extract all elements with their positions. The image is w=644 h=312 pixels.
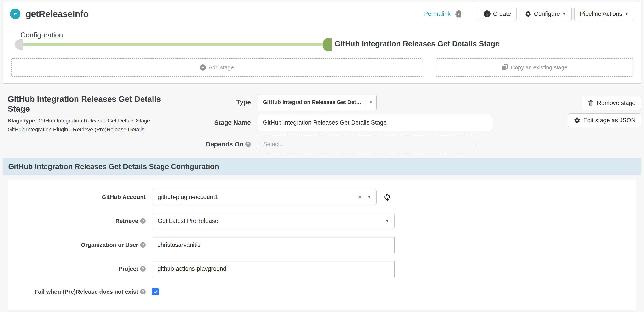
edit-stage-json-label: Edit stage as JSON: [583, 117, 636, 124]
permalink-link[interactable]: Permalink: [424, 10, 450, 17]
stage-type-line: Stage type: GitHub Integration Releases …: [8, 118, 170, 124]
copy-stage-label: Copy an existing stage: [511, 64, 567, 71]
graph-stage-node[interactable]: [322, 38, 332, 51]
page-title: getReleaseInfo: [26, 8, 88, 19]
caret-down-icon: ▼: [367, 195, 371, 199]
back-arrow-icon: [12, 11, 18, 17]
copy-icon: [502, 64, 508, 71]
stage-type-label: Stage type:: [8, 118, 37, 124]
gear-icon: [525, 10, 532, 17]
stage-type-value: GitHub Integration Releases Get Details …: [38, 118, 150, 124]
type-label: Type: [193, 98, 258, 106]
create-button[interactable]: + Create: [478, 7, 516, 21]
check-icon: [153, 289, 158, 294]
header-actions: Permalink + Create: [424, 7, 634, 21]
select-caret-box: ▼: [365, 94, 376, 110]
organization-input[interactable]: [152, 237, 394, 253]
pipeline-actions-button[interactable]: Pipeline Actions ▼: [574, 7, 634, 21]
depends-on-label: Depends On ?: [193, 141, 258, 148]
retrieve-select[interactable]: Get Latest PreRelease ▼: [152, 213, 394, 229]
add-stage-button[interactable]: + Add stage: [11, 58, 422, 76]
stage-heading: GitHub Integration Releases Get Details …: [8, 94, 166, 114]
project-label: Project ?: [8, 266, 152, 272]
project-input[interactable]: [152, 261, 394, 277]
depends-on-row: Depends On ? Select...: [193, 135, 517, 153]
help-icon[interactable]: ?: [140, 266, 146, 272]
caret-down-icon: ▼: [625, 12, 628, 16]
organization-row: Organization or User ?: [8, 237, 636, 253]
depends-on-placeholder: Select...: [263, 141, 285, 148]
stage-side-actions: Remove stage Edit stage as JSON: [568, 96, 641, 127]
caret-down-icon: ▼: [562, 12, 566, 16]
stage-config-section-header: GitHub Integration Releases Get Details …: [3, 158, 641, 175]
project-row: Project ?: [8, 261, 636, 277]
copy-existing-stage-button[interactable]: Copy an existing stage: [436, 58, 634, 76]
github-account-label: GitHub Account: [8, 194, 152, 200]
fail-toggle-label: Fail when (Pre)Release does not exist ?: [8, 289, 152, 295]
plus-icon: +: [200, 64, 206, 71]
github-account-value: github-plugin-account1: [152, 194, 358, 201]
fail-toggle-checkbox[interactable]: [152, 288, 159, 296]
help-icon[interactable]: ?: [245, 142, 251, 147]
remove-stage-label: Remove stage: [597, 99, 636, 106]
graph-configuration-node[interactable]: [15, 39, 23, 50]
create-button-label: Create: [493, 10, 511, 17]
github-account-row: GitHub Account github-plugin-account1 × …: [8, 189, 636, 205]
stage-editor-form: Type GitHub Integration Releases Get Det…: [193, 94, 517, 158]
caret-down-icon: ▼: [385, 219, 389, 223]
depends-on-select[interactable]: Select...: [258, 135, 475, 153]
gear-icon: [574, 117, 580, 124]
stage-summary: GitHub Integration Releases Get Details …: [8, 94, 170, 133]
remove-stage-button[interactable]: Remove stage: [582, 96, 641, 110]
configure-button-label: Configure: [534, 10, 560, 17]
stage-name-label: Stage Name: [193, 119, 258, 126]
stage-config-card: GitHub Account github-plugin-account1 × …: [8, 180, 636, 311]
retrieve-label: Retrieve ?: [8, 218, 152, 224]
type-row: Type GitHub Integration Releases Get Det…: [193, 94, 517, 110]
stage-config-section-title: GitHub Integration Releases Get Details …: [8, 163, 219, 171]
top-panel: getReleaseInfo Permalink + Create: [3, 1, 641, 84]
add-stage-label: Add stage: [209, 64, 234, 71]
caret-down-icon: ▼: [369, 100, 373, 104]
retrieve-row: Retrieve ? Get Latest PreRelease ▼: [8, 213, 636, 229]
retrieve-value: Get Latest PreRelease: [152, 218, 385, 225]
stage-type-select[interactable]: GitHub Integration Releases Get Det… ▼: [258, 94, 377, 110]
clipboard-icon[interactable]: [455, 10, 462, 18]
configure-button[interactable]: Configure ▼: [519, 7, 572, 21]
clear-icon[interactable]: ×: [358, 194, 362, 201]
stage-type-select-value: GitHub Integration Releases Get Det…: [258, 99, 365, 105]
help-icon[interactable]: ?: [140, 289, 146, 295]
back-button[interactable]: [10, 9, 20, 19]
pipeline-header: getReleaseInfo Permalink + Create: [3, 2, 641, 26]
stage-editor: GitHub Integration Releases Get Details …: [8, 94, 641, 154]
plus-icon: +: [484, 10, 490, 17]
pipeline-actions-label: Pipeline Actions: [580, 10, 622, 17]
trash-icon: [588, 99, 594, 106]
help-icon[interactable]: ?: [140, 218, 146, 224]
graph-track: [18, 43, 324, 46]
graph-configuration-label[interactable]: Configuration: [20, 31, 63, 39]
edit-stage-json-button[interactable]: Edit stage as JSON: [568, 113, 641, 127]
fail-toggle-row: Fail when (Pre)Release does not exist ?: [8, 288, 636, 296]
graph-stage-label[interactable]: GitHub Integration Releases Get Details …: [334, 39, 500, 48]
refresh-icon[interactable]: [383, 193, 392, 202]
stage-name-row: Stage Name: [193, 115, 517, 131]
pipeline-config-page: getReleaseInfo Permalink + Create: [0, 0, 644, 312]
help-icon[interactable]: ?: [140, 242, 146, 248]
stage-name-input[interactable]: [258, 115, 492, 131]
organization-label: Organization or User ?: [8, 242, 152, 248]
github-account-select[interactable]: github-plugin-account1 × ▼: [152, 189, 377, 205]
plugin-description: GitHub Integration Plugin - Retrieve (Pr…: [8, 126, 170, 133]
